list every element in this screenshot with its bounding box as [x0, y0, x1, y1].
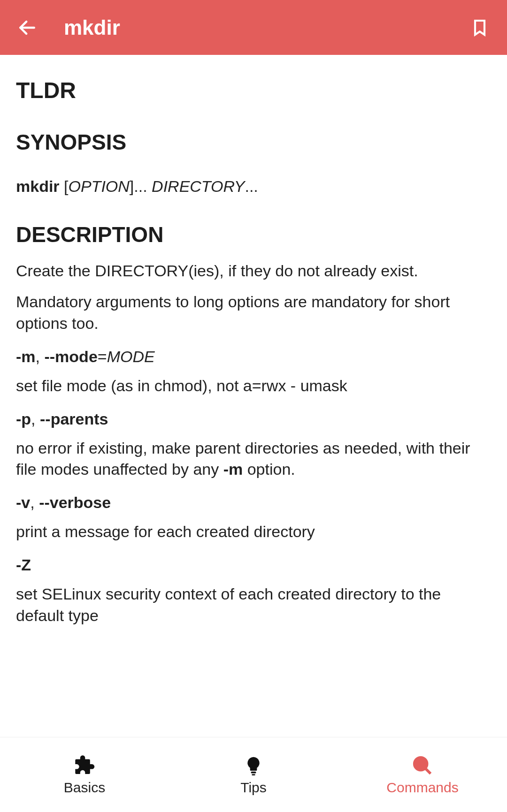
option-description: set SELinux security context of each cre…: [16, 584, 491, 627]
svg-point-3: [415, 757, 427, 770]
description-heading: DESCRIPTION: [16, 222, 491, 247]
svg-line-4: [425, 768, 431, 774]
option-description: no error if existing, make parent direct…: [16, 438, 491, 481]
lightbulb-icon: [243, 754, 264, 777]
option-flag-line: -p, --parents: [16, 410, 491, 428]
option-description: print a message for each created directo…: [16, 521, 491, 543]
description-paragraph: Mandatory arguments to long options are …: [16, 291, 491, 334]
nav-label: Basics: [64, 780, 105, 796]
option-flag-line: -m, --mode=MODE: [16, 348, 491, 366]
synopsis-heading: SYNOPSIS: [16, 129, 491, 155]
nav-tips[interactable]: Tips: [169, 737, 338, 812]
page-title: mkdir: [64, 16, 466, 39]
description-paragraph: Create the DIRECTORY(ies), if they do no…: [16, 260, 491, 282]
option-flag-line: -v, --verbose: [16, 493, 491, 512]
nav-label: Commands: [386, 780, 458, 796]
app-header: mkdir: [0, 0, 507, 55]
option-description: set file mode (as in chmod), not a=rwx -…: [16, 375, 491, 397]
option-flag-line: -Z: [16, 556, 491, 574]
tldr-heading: TLDR: [16, 77, 491, 103]
arrow-left-icon: [17, 17, 38, 38]
synopsis-line: mkdir [OPTION]... DIRECTORY...: [16, 177, 491, 196]
bottom-nav: Basics Tips Commands: [0, 737, 507, 812]
synopsis-cmd: mkdir: [16, 177, 60, 195]
nav-commands[interactable]: Commands: [338, 737, 507, 812]
back-button[interactable]: [13, 14, 41, 42]
svg-rect-1: [251, 771, 256, 773]
nav-label: Tips: [240, 780, 267, 796]
bookmark-button[interactable]: [466, 14, 494, 42]
puzzle-icon: [73, 754, 96, 777]
bookmark-icon: [470, 16, 489, 39]
content-area[interactable]: TLDR SYNOPSIS mkdir [OPTION]... DIRECTOR…: [0, 55, 507, 737]
nav-basics[interactable]: Basics: [0, 737, 169, 812]
svg-rect-2: [252, 774, 255, 775]
search-icon: [412, 754, 433, 777]
